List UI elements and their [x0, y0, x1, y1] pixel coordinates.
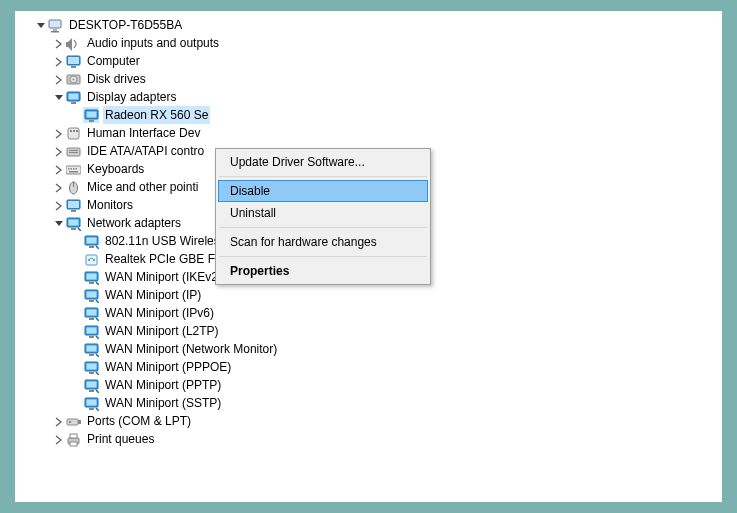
monitor-icon	[65, 53, 81, 69]
tree-label: WAN Miniport (Network Monitor)	[103, 340, 279, 358]
tree-label: Mice and other pointi	[85, 178, 200, 196]
tree-label: WAN Miniport (IP)	[103, 286, 203, 304]
tree-item-net-monitor[interactable]: WAN Miniport (Network Monitor)	[15, 340, 722, 358]
network-icon	[83, 305, 99, 321]
network-icon	[83, 395, 99, 411]
tree-item-print-queues[interactable]: Print queues	[15, 430, 722, 448]
tree-label: Audio inputs and outputs	[85, 34, 221, 52]
chevron-right-icon[interactable]	[51, 124, 65, 142]
chevron-down-icon[interactable]	[51, 214, 65, 232]
network-icon	[83, 377, 99, 393]
tree-item-hid[interactable]: Human Interface Dev	[15, 124, 722, 142]
tree-item-computer[interactable]: Computer	[15, 52, 722, 70]
expander-empty	[69, 106, 83, 124]
tree-label: WAN Miniport (PPPOE)	[103, 358, 233, 376]
network-icon	[83, 269, 99, 285]
menu-label: Uninstall	[230, 206, 276, 220]
chevron-right-icon[interactable]	[51, 142, 65, 160]
tree-item-radeon[interactable]: Radeon RX 560 Se	[15, 106, 722, 124]
network-icon	[83, 233, 99, 249]
chevron-right-icon[interactable]	[51, 160, 65, 178]
menu-separator	[219, 256, 427, 257]
chevron-right-icon[interactable]	[51, 196, 65, 214]
hid-icon	[65, 125, 81, 141]
audio-icon	[65, 35, 81, 51]
tree-item-net-sstp[interactable]: WAN Miniport (SSTP)	[15, 394, 722, 412]
tree-label: Monitors	[85, 196, 135, 214]
tree-root[interactable]: DESKTOP-T6D55BA	[15, 16, 722, 34]
network-card-icon	[83, 251, 99, 267]
tree-item-net-pppoe[interactable]: WAN Miniport (PPPOE)	[15, 358, 722, 376]
tree-label: WAN Miniport (PPTP)	[103, 376, 223, 394]
context-menu: Update Driver Software... Disable Uninst…	[215, 148, 431, 285]
display-adapter-icon	[83, 107, 99, 123]
tree-label: Display adapters	[85, 88, 178, 106]
tree-label: Network adapters	[85, 214, 183, 232]
tree-label: WAN Miniport (IPv6)	[103, 304, 216, 322]
tree-item-net-ip[interactable]: WAN Miniport (IP)	[15, 286, 722, 304]
tree-item-ports[interactable]: Ports (COM & LPT)	[15, 412, 722, 430]
menu-separator	[219, 176, 427, 177]
expander-empty	[69, 376, 83, 394]
tree-label: IDE ATA/ATAPI contro	[85, 142, 206, 160]
chevron-right-icon[interactable]	[51, 178, 65, 196]
expander-empty	[69, 286, 83, 304]
tree-item-audio[interactable]: Audio inputs and outputs	[15, 34, 722, 52]
network-icon	[83, 323, 99, 339]
tree-label: Print queues	[85, 430, 156, 448]
network-icon	[83, 287, 99, 303]
computer-icon	[47, 17, 63, 33]
tree-item-display[interactable]: Display adapters	[15, 88, 722, 106]
network-icon	[65, 215, 81, 231]
expander-empty	[69, 232, 83, 250]
chevron-right-icon[interactable]	[51, 430, 65, 448]
ide-icon	[65, 143, 81, 159]
tree-item-net-ipv6[interactable]: WAN Miniport (IPv6)	[15, 304, 722, 322]
chevron-right-icon[interactable]	[51, 70, 65, 88]
tree-label: DESKTOP-T6D55BA	[67, 16, 184, 34]
chevron-down-icon[interactable]	[33, 16, 47, 34]
printer-icon	[65, 431, 81, 447]
expander-empty	[69, 340, 83, 358]
menu-update-driver[interactable]: Update Driver Software...	[218, 151, 428, 173]
expander-empty	[69, 304, 83, 322]
tree-item-net-pptp[interactable]: WAN Miniport (PPTP)	[15, 376, 722, 394]
tree-label: Computer	[85, 52, 142, 70]
tree-label: WAN Miniport (L2TP)	[103, 322, 221, 340]
menu-label: Scan for hardware changes	[230, 235, 377, 249]
tree-label-selected: Radeon RX 560 Se	[103, 106, 210, 124]
monitor-icon	[65, 197, 81, 213]
menu-scan-hardware[interactable]: Scan for hardware changes	[218, 231, 428, 253]
tree-label: Disk drives	[85, 70, 148, 88]
tree-label: WAN Miniport (IKEv2)	[103, 268, 224, 286]
menu-label: Disable	[230, 184, 270, 198]
display-adapter-icon	[65, 89, 81, 105]
menu-disable[interactable]: Disable	[218, 180, 428, 202]
expander-empty	[69, 358, 83, 376]
chevron-down-icon[interactable]	[51, 88, 65, 106]
expander-empty	[69, 250, 83, 268]
ports-icon	[65, 413, 81, 429]
menu-uninstall[interactable]: Uninstall	[218, 202, 428, 224]
expander-empty	[69, 322, 83, 340]
chevron-right-icon[interactable]	[51, 52, 65, 70]
chevron-right-icon[interactable]	[51, 34, 65, 52]
expander-empty	[69, 268, 83, 286]
tree-label: Keyboards	[85, 160, 146, 178]
mouse-icon	[65, 179, 81, 195]
menu-label: Properties	[230, 264, 289, 278]
keyboard-icon	[65, 161, 81, 177]
tree-item-disk[interactable]: Disk drives	[15, 70, 722, 88]
disk-icon	[65, 71, 81, 87]
menu-label: Update Driver Software...	[230, 155, 365, 169]
network-icon	[83, 359, 99, 375]
network-icon	[83, 341, 99, 357]
menu-separator	[219, 227, 427, 228]
expander-empty	[69, 394, 83, 412]
tree-label: WAN Miniport (SSTP)	[103, 394, 223, 412]
tree-label: Ports (COM & LPT)	[85, 412, 193, 430]
chevron-right-icon[interactable]	[51, 412, 65, 430]
tree-label: Human Interface Dev	[85, 124, 202, 142]
menu-properties[interactable]: Properties	[218, 260, 428, 282]
tree-item-net-l2tp[interactable]: WAN Miniport (L2TP)	[15, 322, 722, 340]
